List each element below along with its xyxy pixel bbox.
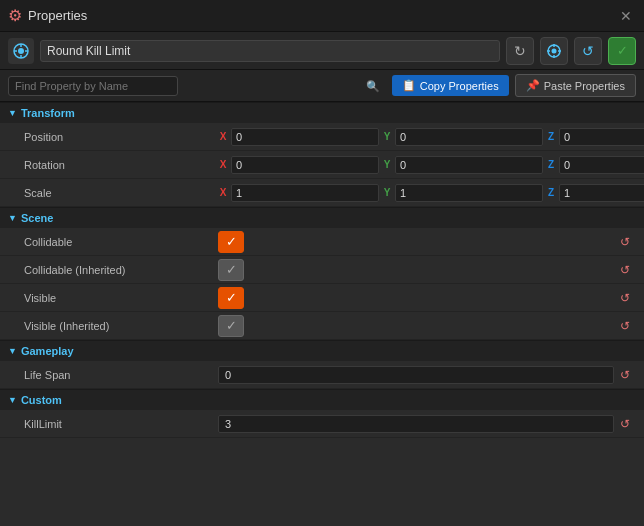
prop-value-visible: ✓ (218, 287, 614, 309)
paste-properties-button[interactable]: 📌 Paste Properties (515, 74, 636, 97)
check-icon-collidable-inherited: ✓ (226, 262, 237, 277)
checkbox-collidable[interactable]: ✓ (218, 231, 244, 253)
prop-label-visible-inherited: Visible (Inherited) (24, 320, 214, 332)
checkbox-visible-inherited[interactable]: ✓ (218, 315, 244, 337)
property-row-visible: Visible ✓ ↺ (0, 284, 644, 312)
z-input-scale[interactable] (559, 184, 644, 202)
panel-title: Properties (28, 8, 610, 23)
target-button[interactable] (540, 37, 568, 65)
xyz-group-position: X Y Z (218, 128, 644, 146)
svg-point-1 (18, 48, 24, 54)
x-input-scale[interactable] (231, 184, 379, 202)
reset-button-collidable[interactable]: ↺ (618, 235, 632, 249)
property-row-collidable-inherited: Collidable (Inherited) ✓ ↺ (0, 256, 644, 284)
paste-icon: 📌 (526, 79, 540, 92)
close-button[interactable]: ✕ (616, 6, 636, 26)
section-header-transform[interactable]: ▼ Transform (0, 102, 644, 123)
reset-button-collidable-inherited[interactable]: ↺ (618, 263, 632, 277)
prop-label-visible: Visible (24, 292, 214, 304)
prop-label-scale: Scale (24, 187, 214, 199)
xyz-group-rotation: X Y Z (218, 156, 644, 174)
arrow-icon-transform: ▼ (8, 108, 17, 118)
prop-label-rotation: Rotation (24, 159, 214, 171)
arrow-icon-gameplay: ▼ (8, 346, 17, 356)
prop-value-visible-inherited: ✓ (218, 315, 614, 337)
reset-button-visible-inherited[interactable]: ↺ (618, 319, 632, 333)
x-input-position[interactable] (231, 128, 379, 146)
refresh-button[interactable]: ↻ (506, 37, 534, 65)
reset-transform-button[interactable]: ↺ (574, 37, 602, 65)
x-label-rotation: X (218, 159, 228, 170)
prop-label-lifespan: Life Span (24, 369, 214, 381)
property-row-collidable: Collidable ✓ ↺ (0, 228, 644, 256)
y-label-scale: Y (382, 187, 392, 198)
arrow-icon-scene: ▼ (8, 213, 17, 223)
object-name-input[interactable] (40, 40, 500, 62)
z-label-scale: Z (546, 187, 556, 198)
copy-properties-button[interactable]: 📋 Copy Properties (392, 75, 509, 96)
copy-icon: 📋 (402, 79, 416, 92)
z-input-rotation[interactable] (559, 156, 644, 174)
prop-value-collidable-inherited: ✓ (218, 259, 614, 281)
object-icon (8, 38, 34, 64)
prop-label-collidable-inherited: Collidable (Inherited) (24, 264, 214, 276)
section-header-gameplay[interactable]: ▼ Gameplay (0, 340, 644, 361)
property-row-scale: Scale X Y Z ↺ (0, 179, 644, 207)
prop-value-collidable: ✓ (218, 231, 614, 253)
z-label-position: Z (546, 131, 556, 142)
section-label-transform: Transform (21, 107, 75, 119)
reset-button-lifespan[interactable]: ↺ (618, 368, 632, 382)
y-input-scale[interactable] (395, 184, 543, 202)
svg-point-7 (552, 48, 557, 53)
title-bar: ⚙ Properties ✕ (0, 0, 644, 32)
x-label-scale: X (218, 187, 228, 198)
z-label-rotation: Z (546, 159, 556, 170)
properties-content: ▼ Transform Position X Y Z ↺ Rotation X … (0, 102, 644, 526)
check-icon-visible-inherited: ✓ (226, 318, 237, 333)
x-label-position: X (218, 131, 228, 142)
search-icon: 🔍 (366, 79, 380, 92)
section-header-custom[interactable]: ▼ Custom (0, 389, 644, 410)
object-bar: ↻ ↺ ✓ (0, 32, 644, 70)
arrow-icon-custom: ▼ (8, 395, 17, 405)
reset-button-visible[interactable]: ↺ (618, 291, 632, 305)
prop-label-position: Position (24, 131, 214, 143)
reset-button-killlimit[interactable]: ↺ (618, 417, 632, 431)
z-input-position[interactable] (559, 128, 644, 146)
y-input-position[interactable] (395, 128, 543, 146)
property-row-visible-inherited: Visible (Inherited) ✓ ↺ (0, 312, 644, 340)
x-input-rotation[interactable] (231, 156, 379, 174)
y-input-rotation[interactable] (395, 156, 543, 174)
checkbox-visible[interactable]: ✓ (218, 287, 244, 309)
search-input[interactable] (8, 76, 178, 96)
y-label-rotation: Y (382, 159, 392, 170)
section-label-scene: Scene (21, 212, 53, 224)
check-icon-visible: ✓ (226, 290, 237, 305)
properties-icon: ⚙ (8, 6, 22, 25)
confirm-button[interactable]: ✓ (608, 37, 636, 65)
prop-label-collidable: Collidable (24, 236, 214, 248)
section-header-scene[interactable]: ▼ Scene (0, 207, 644, 228)
property-row-rotation: Rotation X Y Z ↺ (0, 151, 644, 179)
prop-label-killlimit: KillLimit (24, 418, 214, 430)
section-label-gameplay: Gameplay (21, 345, 74, 357)
section-label-custom: Custom (21, 394, 62, 406)
property-row-position: Position X Y Z ↺ (0, 123, 644, 151)
xyz-group-scale: X Y Z (218, 184, 644, 202)
input-killlimit[interactable] (218, 415, 614, 433)
input-lifespan[interactable] (218, 366, 614, 384)
check-icon-collidable: ✓ (226, 234, 237, 249)
property-row-lifespan: Life Span ↺ (0, 361, 644, 389)
action-bar: 🔍 📋 Copy Properties 📌 Paste Properties (0, 70, 644, 102)
checkbox-collidable-inherited[interactable]: ✓ (218, 259, 244, 281)
property-row-killlimit: KillLimit ↺ (0, 410, 644, 438)
y-label-position: Y (382, 131, 392, 142)
search-wrap: 🔍 (8, 76, 386, 96)
